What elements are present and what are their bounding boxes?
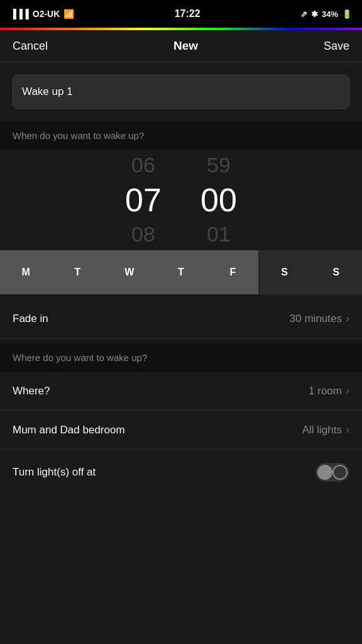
where-question: Where do you want to wake up? [0,343,362,372]
day-monday[interactable]: M [0,250,52,294]
toggle-thumb [317,465,332,480]
fade-in-value-container: 30 minutes › [290,312,349,325]
minute-above: 59 [207,150,231,180]
fade-in-value: 30 minutes [290,313,342,325]
toggle-switch[interactable] [315,463,349,482]
cancel-button[interactable]: Cancel [13,40,48,53]
battery-label: 34% [322,9,338,19]
minute-column[interactable]: 59 00 01 [181,150,256,250]
status-time: 17:22 [175,8,200,19]
room-value-container: All lights › [302,423,349,436]
turn-off-label: Turn light(s) off at [13,466,96,479]
day-friday[interactable]: F [207,250,258,294]
fade-in-row[interactable]: Fade in 30 minutes › [0,299,362,338]
hour-above: 06 [131,150,155,180]
status-bar: ▐▐▐ O2-UK 📶 17:22 ⇗ ✱ 34% 🔋 [0,0,362,28]
where-value-container: 1 room › [309,384,349,397]
toggle-circle-icon [332,465,348,480]
hour-selected: 07 [125,180,162,219]
battery-icon: 🔋 [342,9,352,19]
status-left: ▐▐▐ O2-UK 📶 [10,9,74,19]
day-tuesday[interactable]: T [52,250,103,294]
room-label: Mum and Dad bedroom [13,424,125,436]
day-thursday[interactable]: T [155,250,207,294]
time-picker[interactable]: 06 07 08 59 00 01 [0,150,362,250]
room-chevron-icon: › [346,423,349,436]
signal-icon: ▐▐▐ [10,9,29,19]
fade-in-chevron-icon: › [346,312,349,325]
where-label: Where? [13,385,50,397]
turn-off-row: Turn light(s) off at [0,450,362,495]
page-title: New [173,39,198,53]
room-value: All lights [302,424,342,436]
day-saturday[interactable]: S [258,250,310,294]
carrier-label: O2-UK [33,9,60,19]
where-row[interactable]: Where? 1 room › [0,372,362,411]
room-row[interactable]: Mum and Dad bedroom All lights › [0,411,362,450]
toggle-container[interactable] [315,463,349,482]
day-sunday[interactable]: S [310,250,362,294]
wake-up-question: When do you want to wake up? [0,121,362,150]
where-chevron-icon: › [346,384,349,397]
save-button[interactable]: Save [324,40,349,53]
days-selector: M T W T F S S [0,250,362,299]
name-input-section [0,62,362,121]
minute-selected: 00 [200,180,237,219]
hour-below: 08 [131,219,155,250]
status-right: ⇗ ✱ 34% 🔋 [300,9,352,19]
where-value: 1 room [309,385,342,397]
minute-below: 01 [207,219,231,250]
location-icon: ⇗ [300,9,307,19]
nav-bar: Cancel New Save [0,30,362,62]
alarm-name-input[interactable] [13,75,349,109]
bluetooth-icon: ✱ [311,9,318,19]
wifi-icon: 📶 [63,9,74,19]
day-wednesday[interactable]: W [104,250,155,294]
fade-in-label: Fade in [13,313,48,325]
hour-column[interactable]: 06 07 08 [106,150,181,250]
